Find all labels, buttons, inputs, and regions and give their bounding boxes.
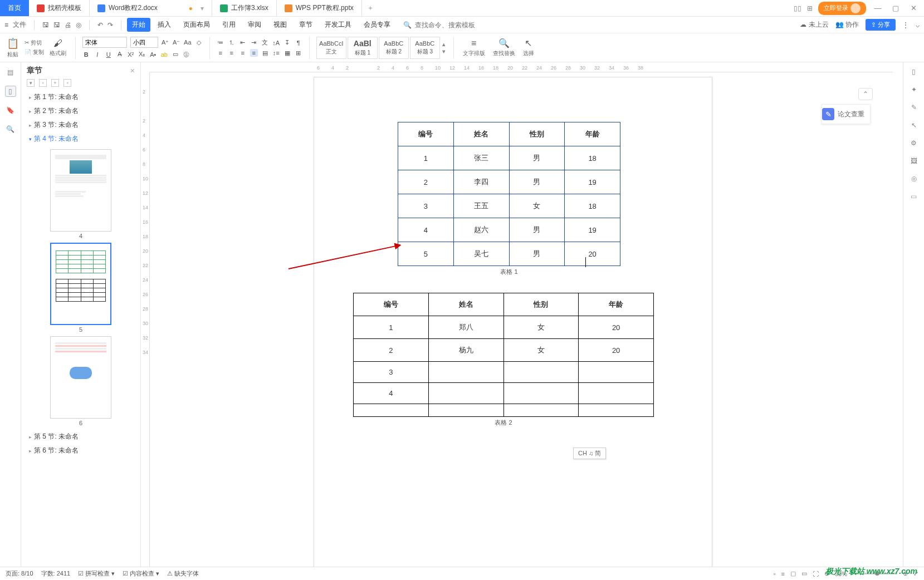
menu-review[interactable]: 审阅 (243, 18, 266, 32)
cloud-status[interactable]: ☁ 未上云 (800, 20, 828, 30)
collapse-ribbon-icon[interactable]: ⌵ (916, 21, 920, 29)
scroll-up-button[interactable]: ⌃ (858, 88, 873, 100)
image-icon[interactable]: 🖼 (911, 157, 917, 165)
font-color-button[interactable]: A▪ (149, 51, 157, 58)
menu-references[interactable]: 引用 (217, 18, 241, 32)
more-menu-icon[interactable]: ⋮ (902, 21, 909, 29)
page-indicator[interactable]: 页面: 8/10 (6, 569, 33, 578)
increase-font-icon[interactable]: A⁺ (162, 39, 169, 46)
menu-layout[interactable]: 页面布局 (178, 18, 215, 32)
show-marks-icon[interactable]: ¶ (295, 40, 302, 46)
shading-icon[interactable]: ▦ (283, 50, 291, 57)
align-justify-icon[interactable]: ≡ (250, 49, 258, 57)
save-as-icon[interactable]: 🖫 (53, 21, 60, 29)
menu-insert[interactable]: 插入 (153, 18, 176, 32)
distribute-icon[interactable]: ▤ (261, 50, 269, 57)
save-icon[interactable]: 🖫 (42, 21, 49, 29)
section-item-2[interactable]: 第 2 节: 未命名 (26, 104, 136, 118)
undo-icon[interactable]: ↶ (97, 21, 103, 29)
italic-button[interactable]: I (94, 51, 101, 58)
style-h2[interactable]: AaBbC标题 2 (379, 37, 409, 59)
decrease-font-icon[interactable]: A⁻ (173, 39, 180, 46)
target-icon[interactable]: ◎ (911, 175, 917, 183)
fullscreen-icon[interactable]: ⛶ (813, 571, 819, 577)
outline-view-icon[interactable]: ▤ (5, 67, 16, 78)
tab-xlsx[interactable]: 工作簿3.xlsx (212, 0, 277, 16)
select-button[interactable]: ↖选择 (521, 38, 536, 57)
page-thumb-5[interactable] (50, 243, 111, 325)
line-spacing-icon[interactable]: ↕A (272, 40, 280, 46)
section-item-6[interactable]: 第 6 节: 未命名 (26, 444, 136, 458)
section-item-1[interactable]: 第 1 节: 未命名 (26, 90, 136, 104)
th[interactable]: 年龄 (565, 122, 620, 146)
clear-format-icon[interactable]: ◇ (195, 39, 203, 46)
window-maximize[interactable]: ▢ (889, 2, 902, 14)
table1-caption[interactable]: 表格 1 (398, 268, 620, 276)
pointer-icon[interactable]: ↖ (911, 121, 917, 129)
login-button[interactable]: 立即登录 (818, 2, 866, 15)
underline-button[interactable]: U (105, 51, 113, 58)
format-brush[interactable]: 🖌 格式刷 (47, 38, 69, 57)
tab-add-button[interactable]: ＋ (362, 0, 379, 16)
cut-button[interactable]: ✂ 剪切 (25, 39, 44, 47)
increase-indent-icon[interactable]: ⇥ (250, 39, 258, 46)
nav-tool-1[interactable]: ▾ (27, 79, 35, 87)
horizontal-ruler[interactable]: 6 4 2 2 4 6 8 10 12 14 16 18 20 22 24 26… (150, 62, 893, 72)
word-count[interactable]: 字数: 2411 (41, 569, 71, 578)
align-left-icon[interactable]: ≡ (217, 50, 224, 56)
vertical-ruler[interactable]: 2 2 4 6 8 10 12 14 16 18 20 22 24 26 28 … (141, 72, 150, 567)
nav-close-icon[interactable]: × (130, 66, 135, 75)
table-2[interactable]: 编号 姓名 性别 年龄 1郑八女20 2杨九女20 3 4 (353, 293, 654, 417)
subscript-button[interactable]: X₂ (138, 51, 146, 58)
section-item-3[interactable]: 第 3 节: 未命名 (26, 118, 136, 132)
style-scroll-down-icon[interactable]: ▾ (442, 48, 446, 55)
bookmark-icon[interactable]: 🔖 (5, 105, 16, 116)
window-close[interactable]: ✕ (907, 2, 920, 14)
share-button[interactable]: ⇪ 分享 (866, 19, 896, 31)
align-center-icon[interactable]: ≡ (228, 50, 236, 56)
style-gallery[interactable]: AaBbCcI正文 AaBl标题 1 AaBbC标题 2 AaBbC标题 3 ▴… (316, 37, 447, 59)
th[interactable]: 编号 (398, 122, 454, 146)
highlight-button[interactable]: ab (160, 51, 168, 58)
bold-button[interactable]: B (82, 51, 90, 58)
nav-tool-4[interactable]: ▫ (63, 79, 71, 87)
char-border-button[interactable]: ▭ (172, 51, 179, 58)
menu-sections[interactable]: 章节 (294, 18, 317, 32)
tab-word-doc[interactable]: Word教程2.docx●▾ (90, 0, 212, 16)
redo-icon[interactable]: ↷ (107, 21, 113, 29)
find-replace-button[interactable]: 🔍查找替换 (491, 38, 517, 57)
style-scroll-up-icon[interactable]: ▴ (442, 41, 446, 48)
view-web-icon[interactable]: ▢ (790, 570, 796, 577)
menu-start[interactable]: 开始 (127, 18, 150, 32)
ime-indicator[interactable]: CH ♫ 简 (573, 448, 606, 459)
number-list-icon[interactable]: ⒈ (228, 38, 236, 47)
tab-close-icon[interactable]: ▾ (201, 4, 204, 12)
menu-view[interactable]: 视图 (268, 18, 292, 32)
search-input[interactable] (415, 21, 482, 29)
coop-button[interactable]: 👥 协作 (835, 20, 859, 30)
copy-button[interactable]: 📄 复制 (25, 48, 44, 56)
style-h1[interactable]: AaBl标题 1 (348, 37, 378, 59)
spell-check-toggle[interactable]: ☑ 拼写检查 ▾ (78, 569, 115, 578)
font-size-select[interactable] (130, 37, 158, 48)
spacing-icon[interactable]: ↕≡ (272, 50, 280, 56)
paste-icon[interactable]: 📋 (7, 37, 19, 50)
search-panel-icon[interactable]: 🔍 (5, 124, 16, 135)
strike-button[interactable]: A̶ (116, 51, 124, 58)
decrease-indent-icon[interactable]: ⇤ (239, 39, 247, 46)
command-search[interactable]: 🔍 (403, 21, 482, 29)
print-preview-icon[interactable]: ◎ (76, 21, 81, 29)
sections-view-icon[interactable]: ▯ (5, 86, 16, 97)
borders-icon[interactable]: ⊞ (295, 50, 302, 57)
th[interactable]: 姓名 (453, 122, 509, 146)
apps-icon[interactable]: ⊞ (807, 4, 813, 12)
sort-icon[interactable]: ↧ (283, 39, 291, 46)
table-1[interactable]: 编号 姓名 性别 年龄 1张三男18 2李四男19 3王五女18 4赵六男19 … (398, 122, 620, 266)
view-page-icon[interactable]: ▫ (774, 571, 776, 577)
nav-tool-2[interactable]: ▫ (39, 79, 47, 87)
ai-icon[interactable]: ✦ (911, 86, 917, 94)
print-icon[interactable]: 🖨 (65, 21, 71, 29)
superscript-button[interactable]: X² (127, 51, 135, 58)
bullet-list-icon[interactable]: ≔ (217, 39, 224, 46)
hamburger-icon[interactable]: ≡ (4, 21, 8, 29)
